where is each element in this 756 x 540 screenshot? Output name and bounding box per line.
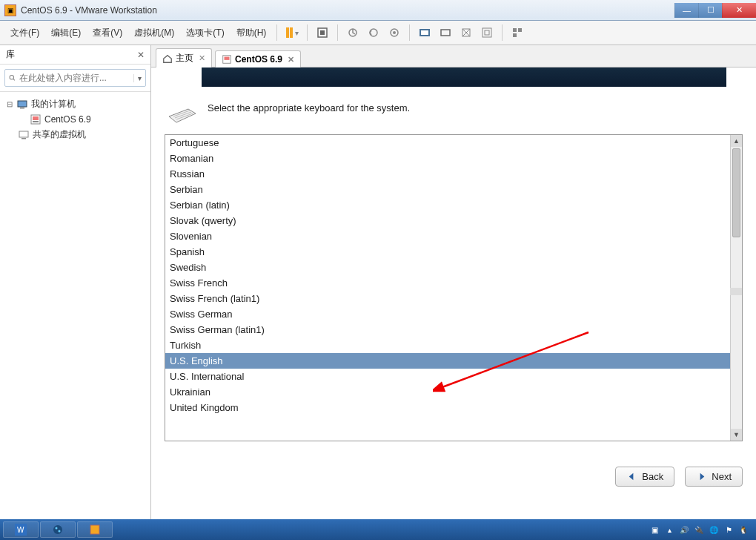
tray-icon[interactable]: ▣ [649, 524, 660, 535]
svg-rect-19 [33, 116, 39, 120]
keyboard-option[interactable]: Swiss French [165, 275, 730, 291]
sidebar: 库 ✕ ▾ ⊟ 我的计算机 CentOS 6.9 共享的虚拟机 [0, 45, 151, 519]
vm-tab-icon [222, 54, 232, 65]
search-icon [8, 73, 16, 83]
keyboard-option[interactable]: Serbian (latin) [165, 197, 730, 213]
app-icon: ▣ [4, 4, 16, 16]
keyboard-option[interactable]: Ukrainian [165, 384, 730, 400]
sidebar-search[interactable]: ▾ [4, 69, 146, 87]
menu-edit[interactable]: 编辑(E) [47, 24, 85, 42]
search-dropdown-icon[interactable]: ▾ [133, 74, 142, 82]
keyboard-option[interactable]: U.S. English [165, 353, 730, 369]
svg-text:W: W [17, 526, 24, 534]
menu-file[interactable]: 文件(F) [6, 24, 44, 42]
keyboard-option[interactable]: Turkish [165, 338, 730, 353]
tray-penguin-icon[interactable]: 🐧 [738, 524, 749, 535]
tabbar: 主页 ✕ CentOS 6.9 ✕ [151, 45, 756, 68]
tree-vm-label: CentOS 6.9 [44, 114, 91, 125]
keyboard-option[interactable]: Romanian [165, 151, 730, 166]
tray-network-icon[interactable]: 🌐 [709, 524, 719, 535]
shared-icon [18, 129, 30, 141]
keyboard-option[interactable]: Russian [165, 166, 730, 182]
close-button[interactable]: ✕ [722, 3, 756, 18]
scroll-up-icon[interactable]: ▲ [731, 135, 742, 147]
tab-vm-label: CentOS 6.9 [235, 54, 282, 65]
tree-shared-vms[interactable]: 共享的虚拟机 [3, 127, 147, 142]
sidebar-close-icon[interactable]: ✕ [137, 50, 145, 60]
tree-vm-centos[interactable]: CentOS 6.9 [3, 112, 147, 127]
keyboard-options[interactable]: PortugueseRomanianRussianSerbianSerbian … [165, 135, 730, 441]
unity-icon[interactable] [437, 24, 454, 42]
menu-tabs[interactable]: 选项卡(T) [182, 24, 228, 42]
taskbar-item-media[interactable] [40, 521, 76, 538]
tray-power-icon[interactable]: 🔌 [694, 524, 704, 535]
keyboard-option[interactable]: Spanish [165, 244, 730, 260]
svg-rect-10 [483, 28, 491, 37]
snapshot-revert-icon[interactable] [365, 24, 382, 42]
fit-icon[interactable] [478, 24, 496, 42]
menu-view[interactable]: 查看(V) [88, 24, 127, 42]
svg-point-35 [59, 530, 61, 533]
tree-root-mycomputer[interactable]: ⊟ 我的计算机 [3, 96, 147, 112]
keyboard-option[interactable]: Portuguese [165, 135, 730, 151]
keyboard-listbox[interactable]: PortugueseRomanianRussianSerbianSerbian … [165, 134, 743, 441]
svg-marker-25 [169, 109, 196, 122]
back-button[interactable]: Back [615, 467, 674, 487]
tray-volume-icon[interactable]: 🔊 [679, 524, 689, 535]
tab-close-icon[interactable]: ✕ [288, 55, 294, 65]
keyboard-option[interactable]: Swiss German [165, 306, 730, 322]
keyboard-option[interactable]: Swiss German (latin1) [165, 322, 730, 338]
separator [276, 24, 277, 41]
menu-vm[interactable]: 虚拟机(M) [130, 24, 179, 42]
taskbar-item-wps[interactable]: W [3, 521, 39, 538]
sidebar-search-row: ▾ [0, 65, 150, 92]
thumbnail-icon[interactable] [508, 24, 526, 42]
search-input[interactable] [16, 73, 133, 83]
tab-home[interactable]: 主页 ✕ [156, 48, 212, 68]
svg-rect-20 [33, 121, 39, 122]
scroll-marker [730, 288, 742, 295]
svg-point-3 [370, 29, 377, 36]
next-label: Next [712, 471, 732, 482]
next-button[interactable]: Next [685, 467, 743, 487]
scroll-down-icon[interactable]: ▼ [731, 429, 742, 441]
svg-rect-12 [513, 28, 517, 32]
keyboard-option[interactable]: Swiss French (latin1) [165, 291, 730, 306]
tree-shared-label: 共享的虚拟机 [33, 128, 86, 141]
svg-rect-11 [485, 30, 489, 35]
window-title: CentOS 6.9 - VMware Workstation [21, 5, 674, 16]
sidebar-header: 库 ✕ [0, 45, 150, 65]
send-ctrl-alt-del-icon[interactable] [314, 24, 331, 42]
snapshot-icon[interactable] [344, 24, 362, 42]
main-area: 库 ✕ ▾ ⊟ 我的计算机 CentOS 6.9 共享的虚拟机 [0, 45, 756, 519]
window-buttons: — ☐ ✕ [674, 3, 756, 18]
tree-collapse-icon[interactable]: ⊟ [6, 100, 13, 108]
stretch-icon[interactable] [457, 24, 475, 42]
minimize-button[interactable]: — [674, 3, 698, 18]
keyboard-option[interactable]: United Kingdom [165, 400, 730, 415]
scroll-thumb[interactable] [732, 148, 740, 237]
fullscreen-icon[interactable] [416, 24, 434, 42]
keyboard-option[interactable]: Slovak (qwerty) [165, 213, 730, 228]
keyboard-option[interactable]: Swedish [165, 260, 730, 275]
pause-button[interactable]: ▾ [283, 24, 301, 42]
tray-expand-icon[interactable]: ▴ [664, 524, 674, 535]
keyboard-option[interactable]: U.S. International [165, 369, 730, 384]
taskbar-item-vmware[interactable] [77, 521, 113, 538]
keyboard-option[interactable]: Serbian [165, 182, 730, 197]
menubar: 文件(F) 编辑(E) 查看(V) 虚拟机(M) 选项卡(T) 帮助(H) ▾ [0, 21, 756, 45]
keyboard-prompt: Select the appropriate keyboard for the … [151, 96, 756, 134]
listbox-scrollbar[interactable]: ▲ ▼ [730, 135, 742, 441]
menu-help[interactable]: 帮助(H) [232, 24, 271, 42]
keyboard-option[interactable]: Slovenian [165, 228, 730, 244]
maximize-button[interactable]: ☐ [698, 3, 722, 18]
snapshot-manage-icon[interactable] [385, 24, 403, 42]
svg-rect-16 [18, 101, 27, 107]
tab-vm[interactable]: CentOS 6.9 ✕ [215, 50, 301, 68]
separator [502, 24, 503, 41]
titlebar: ▣ CentOS 6.9 - VMware Workstation — ☐ ✕ [0, 0, 756, 21]
tray-flag-icon[interactable]: ⚑ [723, 524, 734, 535]
tab-close-icon[interactable]: ✕ [199, 53, 205, 63]
svg-rect-36 [90, 525, 99, 534]
svg-point-33 [53, 525, 62, 534]
